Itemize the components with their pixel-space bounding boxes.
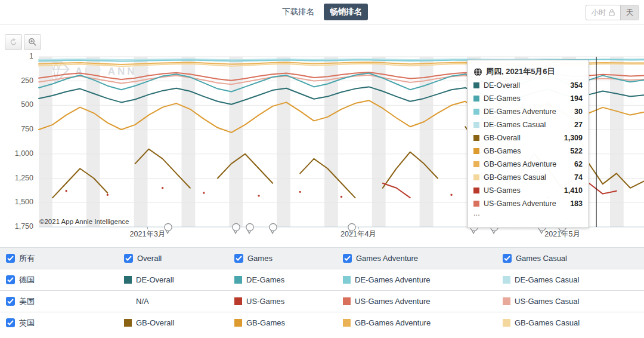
event-marker[interactable] bbox=[163, 223, 173, 235]
series-swatch bbox=[473, 109, 479, 115]
tooltip-row: GB-Games Casual74 bbox=[473, 171, 583, 184]
legend-series-cell: DE-Overall bbox=[124, 275, 234, 284]
legend-series-cell: GB-Games Adventure bbox=[343, 318, 503, 327]
tooltip-series-label: GB-Overall bbox=[484, 134, 564, 142]
series-label: US-Games Adventure bbox=[355, 297, 430, 306]
tooltip-series-value: 74 bbox=[574, 173, 583, 182]
tooltip-series-value: 30 bbox=[574, 107, 583, 116]
tooltip-date: 周四, 2021年5月6日 bbox=[486, 66, 555, 77]
y-tick-label: 1,500 bbox=[0, 198, 33, 206]
tooltip-series-label: DE-Games bbox=[484, 94, 570, 103]
zoom-in-button[interactable] bbox=[24, 34, 41, 50]
hour-label: 小时 bbox=[592, 8, 606, 18]
event-marker[interactable] bbox=[231, 223, 241, 235]
weekend-band bbox=[610, 57, 624, 227]
lock-icon bbox=[609, 9, 615, 16]
copyright-text: ©2021 App Annie Intelligence bbox=[39, 218, 129, 225]
legend-country-cell: 德国 bbox=[6, 275, 124, 285]
top-toolbar: 下载排名 畅销排名 小时 天 bbox=[0, 0, 644, 24]
legend-col-label: Games Casual bbox=[516, 254, 567, 263]
series-swatch bbox=[473, 201, 479, 207]
tooltip-series-value: 62 bbox=[574, 160, 583, 168]
series-swatch bbox=[343, 319, 351, 327]
globe-icon bbox=[473, 67, 482, 76]
series-label: GB-Games Adventure bbox=[355, 318, 431, 327]
series-swatch bbox=[234, 319, 242, 327]
event-marker[interactable] bbox=[245, 223, 255, 235]
legend-row: 德国DE-OverallDE-GamesDE-Games AdventureDE… bbox=[0, 269, 644, 290]
series-swatch bbox=[473, 135, 479, 141]
tab-grossing-rank[interactable]: 畅销排名 bbox=[324, 4, 368, 20]
tooltip-series-value: 194 bbox=[570, 94, 583, 103]
tooltip-row: GB-Games522 bbox=[473, 145, 583, 158]
tooltip-row: US-Games Adventure183 bbox=[473, 197, 583, 210]
series-label: GB-Overall bbox=[136, 318, 174, 327]
tooltip-series-value: 1,309 bbox=[564, 134, 583, 142]
weekend-band bbox=[372, 57, 386, 227]
y-tick-label: 1,000 bbox=[0, 149, 33, 158]
tooltip-series-value: 354 bbox=[570, 81, 583, 90]
series-point-US-Games bbox=[340, 196, 342, 198]
tab-download-rank[interactable]: 下载排名 bbox=[276, 4, 320, 20]
tooltip-series-label: GB-Games bbox=[484, 147, 570, 155]
series-label: DE-Games Adventure bbox=[355, 275, 430, 284]
series-point-US-Games bbox=[299, 191, 301, 193]
y-tick-label: 250 bbox=[0, 76, 33, 85]
tooltip-series-value: 183 bbox=[570, 199, 583, 208]
tooltip-row: GB-Games Adventure62 bbox=[473, 158, 583, 171]
checkbox-country[interactable] bbox=[6, 297, 15, 306]
legend-row: 美国N/AUS-GamesUS-Games AdventureUS-Games … bbox=[0, 290, 644, 312]
series-swatch bbox=[124, 319, 132, 327]
tooltip-series-label: US-Games bbox=[484, 186, 564, 195]
series-legend-table: 所有 OverallGamesGames AdventureGames Casu… bbox=[0, 247, 644, 333]
hour-button[interactable]: 小时 bbox=[586, 5, 620, 20]
series-label: GB-Games Casual bbox=[515, 318, 580, 327]
checkbox-games[interactable] bbox=[234, 254, 243, 263]
series-swatch bbox=[343, 297, 351, 305]
legend-col-label: Overall bbox=[137, 254, 162, 263]
tooltip-series-label: DE-Games Adventure bbox=[484, 107, 574, 116]
series-swatch bbox=[473, 82, 479, 88]
month-label: 2021年4月 bbox=[332, 229, 385, 239]
undo-icon bbox=[9, 38, 18, 47]
tooltip-series-value: 27 bbox=[574, 121, 583, 129]
legend-series-cell: GB-Games bbox=[234, 318, 343, 327]
tooltip-header: 周四, 2021年5月6日 bbox=[473, 64, 583, 79]
legend-col-label: Games Adventure bbox=[356, 254, 418, 263]
series-label: GB-Games bbox=[246, 318, 285, 327]
legend-series-cell: US-Games Adventure bbox=[343, 297, 503, 306]
tooltip-series-label: DE-Overall bbox=[484, 81, 570, 90]
weekend-band bbox=[39, 57, 52, 227]
legend-series-cell: N/A bbox=[124, 297, 234, 306]
event-marker[interactable] bbox=[347, 223, 357, 235]
checkbox-games-casual[interactable] bbox=[503, 254, 512, 263]
tooltip-row: GB-Overall1,309 bbox=[473, 131, 583, 145]
checkbox-country[interactable] bbox=[6, 318, 15, 327]
series-point-US-Games bbox=[65, 190, 67, 192]
day-button[interactable]: 天 bbox=[620, 5, 639, 20]
y-tick-label: 1,250 bbox=[0, 174, 33, 182]
series-swatch bbox=[503, 276, 510, 284]
chart-tooltip: 周四, 2021年5月6日 DE-Overall354DE-Games194DE… bbox=[467, 60, 589, 228]
series-swatch bbox=[473, 122, 479, 128]
tooltip-more: ... bbox=[473, 210, 583, 220]
weekend-band bbox=[420, 57, 434, 227]
tooltip-row: DE-Games194 bbox=[473, 92, 583, 105]
legend-header-cell: Games Adventure bbox=[343, 254, 503, 263]
legend-header-cell: Overall bbox=[124, 254, 234, 263]
tooltip-series-label: US-Games Adventure bbox=[484, 199, 570, 208]
checkbox-games-adventure[interactable] bbox=[343, 254, 352, 263]
reset-zoom-button[interactable] bbox=[5, 34, 22, 50]
checkbox-all[interactable] bbox=[6, 254, 15, 263]
checkbox-country[interactable] bbox=[6, 275, 15, 284]
series-point-US-Games bbox=[450, 194, 452, 196]
legend-series-cell: US-Games bbox=[234, 297, 343, 306]
country-label: 德国 bbox=[19, 275, 35, 285]
event-marker[interactable] bbox=[268, 223, 278, 235]
legend-country-cell: 英国 bbox=[6, 318, 124, 328]
series-label: US-Games Casual bbox=[515, 297, 579, 306]
tooltip-series-label: DE-Games Casual bbox=[484, 121, 574, 129]
tooltip-row: US-Games1,410 bbox=[473, 184, 583, 197]
legend-all-cell: 所有 bbox=[6, 253, 124, 264]
checkbox-overall[interactable] bbox=[124, 254, 133, 263]
